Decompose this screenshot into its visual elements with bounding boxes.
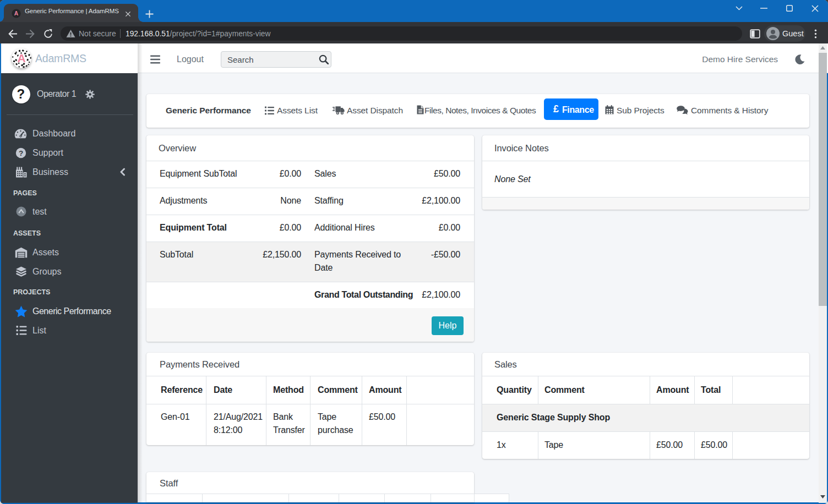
svg-text:?: ? [19, 149, 23, 157]
svg-text:A: A [17, 52, 25, 64]
svg-text:A: A [14, 10, 19, 17]
